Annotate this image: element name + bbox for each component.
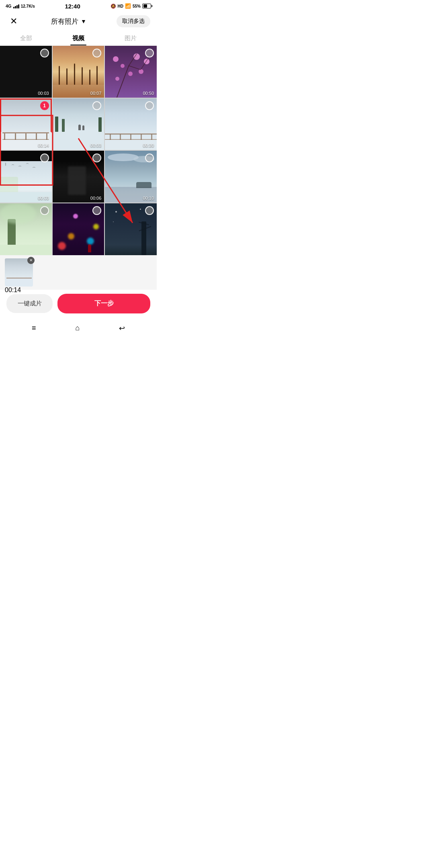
selected-duration-label: 00:14 [5, 287, 21, 293]
duration-3: 00:50 [143, 91, 154, 96]
media-grid: 00:03 00:07 [0, 46, 157, 255]
svg-line-0 [117, 66, 129, 97]
close-button[interactable]: ✕ [6, 17, 21, 26]
duration-6: 00:30 [143, 143, 154, 148]
album-title-label: 所有照片 [51, 17, 78, 26]
selected-strip: 00:14 ✕ [0, 255, 157, 290]
remove-selected-button[interactable]: ✕ [27, 257, 35, 264]
select-circle-6[interactable] [145, 101, 154, 110]
svg-line-3 [141, 58, 149, 70]
home-button[interactable]: ⌂ [70, 321, 84, 335]
status-bar: 4G 12.7K/s 12:40 🔕 HD 📶 55% [0, 0, 157, 11]
tab-all[interactable]: 全部 [0, 31, 52, 45]
battery-icon [142, 4, 151, 8]
media-cell-12[interactable] [105, 203, 157, 255]
select-circle-7[interactable] [40, 154, 49, 162]
back-button[interactable]: ↩ [114, 321, 130, 335]
select-circle-5[interactable] [92, 101, 101, 110]
media-cell-6[interactable]: 00:30 [105, 98, 157, 150]
svg-line-1 [129, 54, 137, 66]
nav-title[interactable]: 所有照片 ▼ [51, 17, 86, 26]
signal-bars [13, 4, 19, 8]
status-left: 4G 12.7K/s [6, 4, 35, 8]
svg-line-2 [129, 66, 141, 70]
duration-7: 00:03 [38, 196, 49, 201]
menu-button[interactable]: ≡ [27, 321, 41, 335]
top-nav: ✕ 所有照片 ▼ 取消多选 [0, 11, 157, 31]
data-speed: 12.7K/s [21, 4, 35, 8]
select-circle-11[interactable] [92, 206, 101, 215]
select-circle-10[interactable] [40, 206, 49, 215]
select-circle-1[interactable] [40, 49, 49, 57]
status-right: 🔕 HD 📶 55% [111, 3, 151, 9]
cancel-multi-select-button[interactable]: 取消多选 [117, 15, 150, 27]
duration-5: 00:03 [90, 143, 102, 148]
select-circle-9[interactable] [145, 154, 154, 162]
clock: 12:40 [65, 3, 80, 10]
duration-4: 00:14 [38, 143, 49, 148]
duration-2: 00:07 [90, 91, 102, 96]
media-cell-4[interactable]: 1 00:14 [0, 98, 52, 150]
carrier-signal: 4G [6, 4, 12, 8]
select-circle-8[interactable] [92, 154, 101, 162]
one-click-button[interactable]: 一键成片 [6, 294, 53, 313]
media-cell-8[interactable]: 00:06 [53, 151, 104, 203]
media-cell-9[interactable]: 00:10 [105, 151, 157, 203]
tab-bar: 全部 视频 图片 [0, 31, 157, 46]
media-cell-11[interactable] [53, 203, 104, 255]
album-dropdown-icon[interactable]: ▼ [81, 18, 86, 25]
select-circle-4[interactable]: 1 [40, 101, 49, 110]
hd-label: HD [118, 4, 123, 8]
media-cell-3[interactable]: 00:50 [105, 46, 157, 98]
duration-1: 00:03 [38, 91, 49, 96]
home-bar: ≡ ⌂ ↩ [0, 317, 157, 341]
wifi-icon: 📶 [125, 3, 131, 9]
media-cell-5[interactable]: 00:03 [53, 98, 104, 150]
selected-thumbnail-wrap: 00:14 ✕ [5, 258, 33, 287]
media-cell-7[interactable]: 𝄁 ⌒ ⌒ ⌒ ⌒ 00:03 [0, 151, 52, 203]
media-cell-1[interactable]: 00:03 [0, 46, 52, 98]
media-cell-2[interactable]: 00:07 [53, 46, 104, 98]
select-circle-12[interactable] [145, 206, 154, 215]
select-circle-3[interactable] [145, 49, 154, 57]
select-circle-2[interactable] [92, 49, 101, 57]
notification-icon: 🔕 [111, 4, 116, 9]
tab-video[interactable]: 视频 [52, 31, 104, 45]
battery-percent: 55% [133, 4, 141, 8]
duration-8: 00:06 [90, 196, 102, 201]
tab-photo[interactable]: 图片 [104, 31, 157, 45]
media-cell-10[interactable] [0, 203, 52, 255]
duration-9: 00:10 [143, 196, 154, 201]
next-step-button[interactable]: 下一步 [57, 294, 150, 313]
bottom-action-bar: 一键成片 下一步 [0, 290, 157, 317]
